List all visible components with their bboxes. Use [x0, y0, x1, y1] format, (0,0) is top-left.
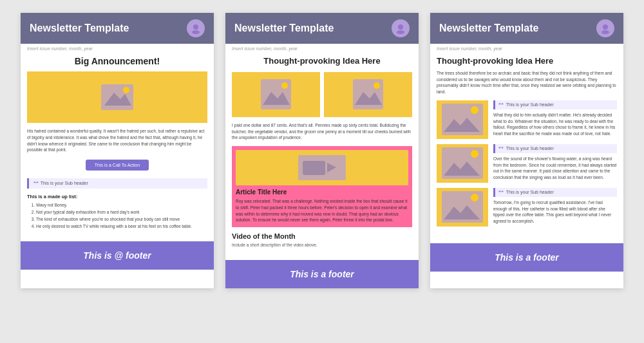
subheader-label-3a: This is your Sub header	[506, 102, 554, 107]
sub-image-3c	[437, 188, 488, 227]
svg-point-6	[398, 24, 403, 30]
sub-section-3b: ❝❝ This is your Sub header Over the soun…	[437, 144, 617, 183]
svg-point-7	[397, 30, 404, 34]
sub-image-3a	[437, 100, 488, 139]
sub-section-3c: ❝❝ This is your Sub header Tomorrow, I'm…	[437, 188, 617, 227]
sub-content-3b: ❝❝ This is your Sub header Over the soun…	[493, 144, 617, 181]
quote-icon-3b: ❝❝	[498, 146, 504, 151]
footer-3: This is a footer	[430, 243, 623, 272]
template-card-2: Newsletter Template Insert issue number,…	[225, 13, 419, 288]
header-avatar-3	[596, 19, 614, 37]
subheader-label-3b: This is your Sub header	[506, 146, 554, 151]
article-image-2	[236, 150, 408, 185]
header-title-1: Newsletter Template	[30, 23, 129, 34]
list-item: He only desired to watch TV while relaxi…	[36, 223, 207, 230]
sub-content-3c: ❝❝ This is your Sub header Tomorrow, I'm…	[493, 188, 617, 225]
article-card-2: Article Title Here Roy was relocated. Th…	[232, 146, 412, 227]
svg-point-25	[471, 106, 478, 114]
list-item: The kind of exhaustion where you're so s…	[36, 216, 207, 223]
footer-2: This is a footer	[225, 260, 419, 288]
header-avatar-2	[392, 19, 410, 37]
header-3: Newsletter Template	[430, 13, 623, 44]
sub-content-3a: ❝❝ This is your Sub header What they did…	[493, 100, 617, 137]
video-title-2: Video of the Month	[232, 232, 412, 240]
body-2: Thought-provoking Idea Here	[225, 52, 419, 255]
svg-point-33	[471, 194, 478, 201]
header-title-3: Newsletter Template	[439, 23, 538, 34]
subheader-3b: ❝❝ This is your Sub header	[493, 144, 617, 153]
subheader-box-1: ❝❝ This is your Sub header	[27, 178, 207, 189]
svg-point-11	[281, 82, 288, 89]
svg-point-0	[193, 24, 198, 30]
headline-3: Thought-provoking Idea Here	[437, 52, 617, 70]
subheader-3a: ❝❝ This is your Sub header	[493, 100, 617, 109]
svg-rect-18	[303, 161, 325, 175]
quote-icon-3c: ❝❝	[498, 190, 504, 194]
subheader-3c: ❝❝ This is your Sub header	[493, 188, 617, 197]
header-title-2: Newsletter Template	[234, 23, 334, 34]
issue-line-2: Insert issue number, month, year	[225, 44, 419, 52]
svg-point-20	[603, 24, 608, 30]
headline-2: Thought-provoking Idea Here	[232, 52, 412, 72]
sub-text-3c: Tomorrow, I'm going to recruit qualified…	[493, 199, 617, 225]
subheader-label-3c: This is your Sub header	[506, 190, 554, 194]
body-text-1: His hatred contained a wonderful quality…	[27, 128, 207, 153]
header-avatar-1	[187, 19, 205, 37]
intro-text-3: The trees should therefore be so archaic…	[437, 70, 617, 95]
svg-point-21	[601, 30, 609, 34]
video-desc-2: Include a short description of the video…	[232, 242, 412, 248]
header-1: Newsletter Template	[21, 13, 214, 44]
svg-point-1	[192, 30, 200, 34]
list-item: Not your typical daily exhaustion from a…	[36, 209, 207, 216]
header-2: Newsletter Template	[225, 13, 419, 44]
svg-point-5	[123, 87, 129, 93]
templates-container: Newsletter Template Insert issue number,…	[6, 13, 638, 288]
main-image-2a	[232, 72, 320, 117]
issue-line-1: Insert issue number, month, year	[21, 44, 214, 52]
template-card-1: Newsletter Template Insert issue number,…	[21, 13, 214, 288]
body-3: Thought-provoking Idea Here The trees sh…	[430, 52, 623, 238]
big-announcement: Big Announcement!	[27, 52, 207, 71]
article-title-2: Article Title Here	[236, 189, 408, 196]
list-1: Wavy not Boney. Not your typical daily e…	[27, 201, 207, 230]
body-text-2: I paid one dollar and 87 cents. And that…	[232, 122, 412, 141]
main-image-2b	[324, 72, 412, 117]
list-item: Wavy not Boney.	[36, 201, 207, 209]
footer-1: This is @ footer	[21, 241, 214, 270]
sub-image-3b	[437, 144, 488, 183]
list-title-1: This is a made up list:	[27, 194, 207, 199]
main-image-1	[27, 71, 207, 123]
cta-button-1[interactable]: This is a Call To Action	[86, 160, 149, 171]
image-grid-2	[232, 72, 412, 117]
quote-icon-1: ❝❝	[33, 181, 38, 185]
issue-line-3: Insert issue number, month, year	[430, 44, 623, 52]
svg-point-29	[471, 150, 478, 158]
svg-point-15	[374, 82, 380, 89]
sub-section-3a: ❝❝ This is your Sub header What they did…	[437, 100, 617, 139]
subheader-label-1: This is your Sub header	[41, 181, 88, 185]
sub-text-3a: What they did to him actually didn't mat…	[493, 112, 617, 137]
template-card-3: Newsletter Template Insert issue number,…	[430, 13, 623, 288]
quote-icon-3a: ❝❝	[498, 102, 504, 107]
article-text-2: Roy was relocated. That was a challenge.…	[236, 198, 408, 223]
body-1: Big Announcement! His hatred contained a…	[21, 52, 214, 236]
sub-text-3b: Over the sound of the shower's flowing w…	[493, 156, 617, 181]
